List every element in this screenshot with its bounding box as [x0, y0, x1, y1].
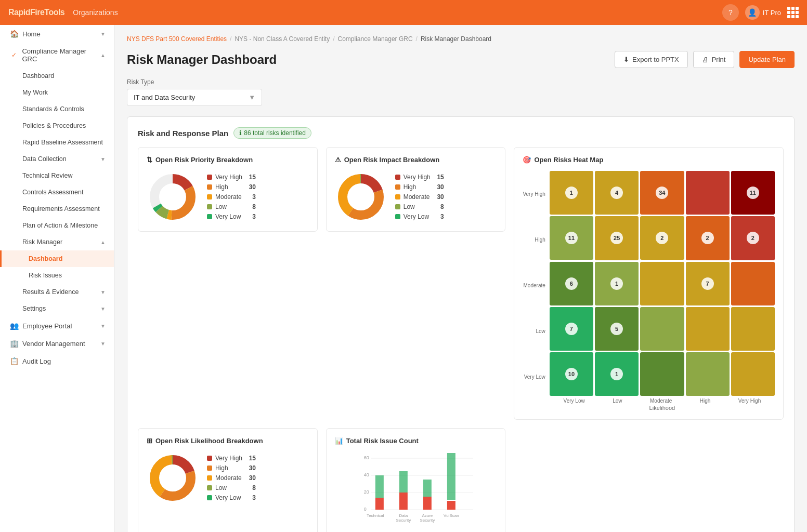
badge-text: 86 total risks identified: [244, 129, 306, 137]
section-title: Risk and Response Plan: [138, 129, 228, 138]
sidebar-item-compliance-mgr[interactable]: ✓ Compliance Manager GRC ▲: [0, 43, 114, 68]
vendor-chevron-icon: ▼: [100, 341, 106, 347]
svg-text:Data: Data: [399, 513, 408, 518]
page-title: Risk Manager Dashboard: [127, 52, 277, 67]
breadcrumb-nys-dfs[interactable]: NYS DFS Part 500 Covered Entities: [127, 35, 227, 43]
heatmap-cell-4-2: [640, 352, 684, 396]
svg-text:VulScan: VulScan: [444, 513, 459, 518]
svg-text:Azure: Azure: [422, 513, 433, 518]
top-nav: RapidFireTools Organizations ? 👤 IT Pro: [0, 0, 807, 25]
download-icon: ⬇: [623, 56, 629, 63]
svg-text:0: 0: [364, 507, 367, 512]
sidebar-item-my-work[interactable]: My Work: [0, 84, 114, 101]
heatmap-cell-0-1: 4: [595, 171, 639, 215]
svg-rect-26: [375, 498, 384, 510]
header-actions: ⬇ Export to PPTX 🖨 Print Update Plan: [615, 51, 795, 68]
export-pptx-button[interactable]: ⬇ Export to PPTX: [615, 51, 688, 68]
sidebar-item-standards-controls[interactable]: Standards & Controls: [0, 101, 114, 117]
svg-rect-30: [423, 497, 432, 510]
risk-type-dropdown[interactable]: IT and Data Security ▼: [127, 89, 262, 106]
svg-rect-31: [423, 480, 432, 497]
open-risk-impact-title: ⚠ Open Risk Impact Breakdown: [335, 156, 497, 164]
page-header: Risk Manager Dashboard ⬇ Export to PPTX …: [127, 51, 795, 68]
heatmap-cell-3-0: 7: [550, 307, 593, 351]
heatmap-cell-1-4: 2: [731, 216, 775, 260]
likelihood-legend: Very High15 High30 Moderate30 Low8 Very …: [207, 455, 256, 501]
breadcrumb-nys-non-class: NYS - Non Class A Covered Entity: [235, 35, 330, 43]
sidebar-item-plan-action[interactable]: Plan of Action & Milestone: [0, 217, 114, 234]
heatmap-cell-1-3: 2: [686, 216, 730, 260]
sidebar-item-results-evidence[interactable]: Results & Evidence ▼: [0, 284, 114, 300]
home-icon: 🏠: [10, 30, 18, 38]
sidebar-item-requirements-assessment[interactable]: Requirements Assessment: [0, 201, 114, 217]
sidebar-item-dashboard[interactable]: Dashboard: [0, 68, 114, 84]
open-risk-priority-title: ⇅ Open Risk Priority Breakdown: [147, 156, 309, 164]
heatmap-cell-0-3: [686, 171, 730, 215]
user-avatar: 👤: [745, 5, 760, 20]
risks-badge: ℹ 86 total risks identified: [233, 127, 311, 139]
sidebar-item-audit-log[interactable]: 📋 Audit Log: [0, 352, 114, 370]
breadcrumb: NYS DFS Part 500 Covered Entities / NYS …: [127, 35, 795, 43]
risk-type-section: Risk Type IT and Data Security ▼: [127, 78, 795, 106]
svg-rect-32: [447, 501, 455, 510]
sort-icon: ⇅: [147, 156, 152, 164]
sidebar-item-policies-procedures[interactable]: Policies & Procedures: [0, 117, 114, 134]
sidebar-item-rapid-baseline[interactable]: Rapid Baseline Assessment: [0, 134, 114, 151]
apps-grid-button[interactable]: [787, 7, 799, 18]
audit-icon: 📋: [10, 357, 18, 365]
open-risk-likelihood-card: ⊞ Open Risk Likelihood Breakdown: [138, 428, 318, 532]
sidebar-label-dashboard: Dashboard: [22, 72, 54, 79]
svg-text:40: 40: [364, 472, 369, 477]
sidebar-item-employee-portal[interactable]: 👥 Employee Portal ▼: [0, 317, 114, 335]
sidebar-item-controls-assessment[interactable]: Controls Assessment: [0, 184, 114, 201]
vendor-icon: 🏢: [10, 339, 18, 348]
heatmap-cell-3-3: [686, 307, 730, 351]
update-plan-button[interactable]: Update Plan: [739, 51, 795, 68]
user-menu[interactable]: 👤 IT Pro: [745, 5, 781, 20]
print-icon: 🖨: [702, 56, 709, 63]
sidebar-label-risk-dashboard: Dashboard: [29, 255, 62, 262]
open-risk-likelihood-title: ⊞ Open Risk Likelihood Breakdown: [147, 437, 309, 445]
sidebar-item-risk-issues[interactable]: Risk Issues: [0, 267, 114, 284]
sidebar: 🏠 Home ▼ ✓ Compliance Manager GRC ▲ Dash…: [0, 25, 114, 532]
risk-response-plan-section: Risk and Response Plan ℹ 86 total risks …: [127, 116, 795, 532]
heatmap-cell-0-4: 11: [731, 171, 775, 215]
breadcrumb-compliance-mgr: Compliance Manager GRC: [338, 35, 413, 43]
settings-chevron-icon: ▼: [100, 306, 106, 312]
svg-text:Security: Security: [420, 518, 435, 523]
sidebar-label-settings: Settings: [22, 305, 46, 312]
sidebar-item-risk-manager[interactable]: Risk Manager ▲: [0, 234, 114, 250]
sidebar-item-settings[interactable]: Settings ▼: [0, 300, 114, 317]
heatmap-cell-2-0: 6: [550, 262, 593, 305]
print-button[interactable]: 🖨 Print: [693, 51, 735, 68]
sidebar-label-my-work: My Work: [22, 89, 48, 96]
sidebar-label-data-collection: Data Collection: [22, 155, 67, 163]
target-icon: 🎯: [523, 156, 531, 164]
help-button[interactable]: ?: [722, 4, 739, 21]
sidebar-item-home[interactable]: 🏠 Home ▼: [0, 25, 114, 43]
priority-legend: Very High15 High30 Moderate3 Low8 Very L…: [207, 174, 256, 220]
sidebar-label-plan-action: Plan of Action & Milestone: [22, 222, 98, 229]
grid2-icon: ⊞: [147, 437, 152, 445]
warning-icon: ⚠: [335, 156, 341, 164]
nav-org-label: Organizations: [73, 8, 118, 17]
impact-donut-chart: [335, 171, 387, 223]
risk-chevron-icon: ▲: [100, 240, 106, 245]
sidebar-item-data-collection[interactable]: Data Collection ▼: [0, 151, 114, 167]
heatmap-cell-4-0: 10: [550, 352, 593, 396]
heatmap-cell-3-1: 5: [595, 307, 639, 351]
heatmap-cell-4-3: [686, 352, 730, 396]
heatmap-cell-2-2: [640, 262, 684, 305]
sidebar-item-technical-review[interactable]: Technical Review: [0, 167, 114, 184]
sidebar-label-controls-assessment: Controls Assessment: [22, 189, 83, 196]
heatmap-x-axis-title: Likelihood: [550, 405, 775, 411]
open-risks-heatmap-card: 🎯 Open Risks Heat Map Very High High Mod…: [514, 147, 784, 420]
impact-legend: Very High15 High30 Moderate30 Low8 Very …: [395, 174, 444, 220]
sidebar-item-vendor-management[interactable]: 🏢 Vendor Management ▼: [0, 335, 114, 352]
sidebar-label-audit: Audit Log: [22, 357, 51, 365]
sidebar-label-policies: Policies & Procedures: [22, 122, 86, 129]
heatmap-cell-1-2: 2: [640, 216, 684, 260]
chevron-icon: ▼: [100, 31, 106, 37]
section-header: Risk and Response Plan ℹ 86 total risks …: [138, 127, 784, 139]
sidebar-item-risk-dashboard[interactable]: Dashboard: [0, 250, 114, 267]
